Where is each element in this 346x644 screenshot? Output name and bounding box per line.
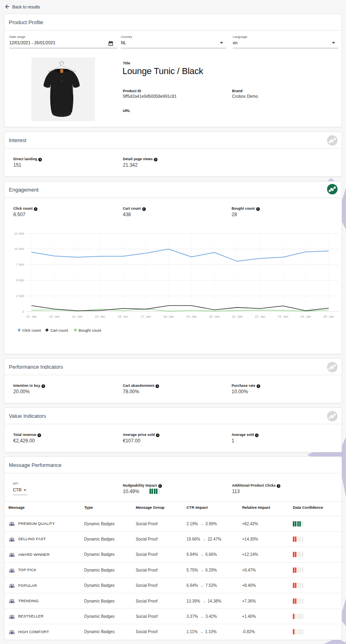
svg-text:13. Jan: 13. Jan [49, 315, 60, 318]
svg-text:12 500: 12 500 [15, 232, 25, 235]
svg-text:21. Jan: 21. Jan [232, 315, 242, 318]
svg-text:Click count: Click count [22, 328, 41, 332]
svg-text:22. Jan: 22. Jan [255, 315, 265, 318]
svg-text:12. Jan: 12. Jan [26, 315, 37, 318]
svg-text:19. Jan: 19. Jan [186, 315, 197, 318]
svg-text:23. Jan: 23. Jan [278, 315, 288, 318]
svg-text:2 500: 2 500 [16, 294, 25, 298]
svg-text:14. Jan: 14. Jan [72, 315, 82, 318]
svg-text:25. Jan: 25. Jan [323, 315, 334, 318]
svg-text:17. Jan: 17. Jan [141, 315, 151, 318]
svg-text:20. Jan: 20. Jan [209, 315, 220, 318]
svg-text:24. Jan: 24. Jan [300, 315, 311, 318]
svg-text:0: 0 [23, 310, 25, 314]
svg-text:7 500: 7 500 [16, 263, 25, 266]
svg-text:18. Jan: 18. Jan [163, 315, 174, 318]
svg-text:Cart count: Cart count [50, 328, 68, 332]
svg-text:5 000: 5 000 [16, 279, 25, 282]
svg-text:15. Jan: 15. Jan [95, 315, 105, 318]
svg-text:Bought count: Bought count [79, 328, 101, 332]
svg-text:16. Jan: 16. Jan [118, 315, 128, 318]
svg-text:10 000: 10 000 [15, 247, 25, 251]
